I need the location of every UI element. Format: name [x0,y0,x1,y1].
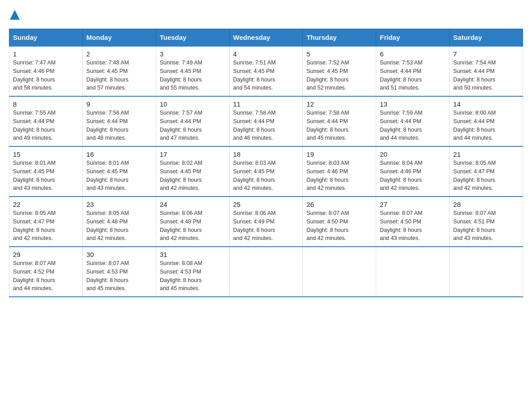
table-row: 16 Sunrise: 8:01 AM Sunset: 4:45 PM Dayl… [82,146,156,197]
calendar-week-row: 29 Sunrise: 8:07 AM Sunset: 4:52 PM Dayl… [9,247,523,297]
day-number: 10 [160,100,226,108]
day-info: Sunrise: 7:56 AM Sunset: 4:44 PM Dayligh… [86,109,152,142]
day-info: Sunrise: 8:06 AM Sunset: 4:49 PM Dayligh… [233,209,299,243]
day-number: 31 [160,251,226,258]
day-info: Sunrise: 8:01 AM Sunset: 4:45 PM Dayligh… [86,159,152,193]
table-row: 30 Sunrise: 8:07 AM Sunset: 4:53 PM Dayl… [82,247,156,297]
day-info: Sunrise: 7:53 AM Sunset: 4:44 PM Dayligh… [380,59,446,92]
day-number: 25 [233,201,299,208]
day-info: Sunrise: 8:06 AM Sunset: 4:48 PM Dayligh… [160,209,226,243]
table-row: 9 Sunrise: 7:56 AM Sunset: 4:44 PM Dayli… [82,96,156,146]
table-row: 15 Sunrise: 8:01 AM Sunset: 4:45 PM Dayl… [9,146,83,197]
day-number: 4 [233,50,299,58]
col-wednesday: Wednesday [229,29,303,47]
day-number: 8 [13,100,79,108]
table-row: 4 Sunrise: 7:51 AM Sunset: 4:45 PM Dayli… [229,46,303,96]
day-number: 6 [380,50,446,58]
day-number: 14 [453,100,519,108]
day-number: 11 [233,100,299,108]
table-row: 3 Sunrise: 7:49 AM Sunset: 4:45 PM Dayli… [156,46,229,96]
day-info: Sunrise: 8:02 AM Sunset: 4:45 PM Dayligh… [160,159,226,193]
table-row: 22 Sunrise: 8:05 AM Sunset: 4:47 PM Dayl… [9,197,83,247]
day-info: Sunrise: 7:52 AM Sunset: 4:45 PM Dayligh… [306,59,372,92]
day-number: 18 [233,150,299,158]
day-info: Sunrise: 8:07 AM Sunset: 4:50 PM Dayligh… [380,209,446,243]
table-row [450,247,523,297]
table-row: 23 Sunrise: 8:05 AM Sunset: 4:48 PM Dayl… [82,197,156,247]
calendar-week-row: 22 Sunrise: 8:05 AM Sunset: 4:47 PM Dayl… [9,197,523,247]
table-row: 6 Sunrise: 7:53 AM Sunset: 4:44 PM Dayli… [376,46,450,96]
svg-marker-0 [10,10,20,20]
table-row: 5 Sunrise: 7:52 AM Sunset: 4:45 PM Dayli… [303,46,376,96]
table-row: 17 Sunrise: 8:02 AM Sunset: 4:45 PM Dayl… [156,146,229,197]
day-info: Sunrise: 7:59 AM Sunset: 4:44 PM Dayligh… [380,109,446,142]
table-row: 2 Sunrise: 7:48 AM Sunset: 4:45 PM Dayli… [82,46,156,96]
table-row: 19 Sunrise: 8:03 AM Sunset: 4:46 PM Dayl… [303,146,376,197]
day-number: 2 [86,50,152,58]
calendar-header-row: Sunday Monday Tuesday Wednesday Thursday… [9,29,523,47]
day-number: 17 [160,150,226,158]
day-number: 22 [13,201,79,208]
day-number: 19 [306,150,372,158]
day-number: 7 [453,50,519,58]
table-row: 20 Sunrise: 8:04 AM Sunset: 4:46 PM Dayl… [376,146,450,197]
day-number: 28 [453,201,519,208]
col-tuesday: Tuesday [156,29,229,47]
table-row [229,247,303,297]
table-row: 13 Sunrise: 7:59 AM Sunset: 4:44 PM Dayl… [376,96,450,146]
day-info: Sunrise: 8:07 AM Sunset: 4:51 PM Dayligh… [453,209,519,243]
day-number: 15 [13,150,79,158]
logo-triangle-icon [10,10,20,20]
day-number: 27 [380,201,446,208]
table-row: 8 Sunrise: 7:55 AM Sunset: 4:44 PM Dayli… [9,96,83,146]
table-row: 14 Sunrise: 8:00 AM Sunset: 4:44 PM Dayl… [450,96,523,146]
day-info: Sunrise: 8:05 AM Sunset: 4:47 PM Dayligh… [13,209,79,243]
table-row [303,247,376,297]
day-info: Sunrise: 8:05 AM Sunset: 4:48 PM Dayligh… [86,209,152,243]
table-row: 21 Sunrise: 8:05 AM Sunset: 4:47 PM Dayl… [450,146,523,197]
day-info: Sunrise: 8:03 AM Sunset: 4:45 PM Dayligh… [233,159,299,193]
day-info: Sunrise: 8:05 AM Sunset: 4:47 PM Dayligh… [453,159,519,193]
day-number: 12 [306,100,372,108]
calendar-week-row: 1 Sunrise: 7:47 AM Sunset: 4:46 PM Dayli… [9,46,523,96]
day-number: 26 [306,201,372,208]
day-info: Sunrise: 7:58 AM Sunset: 4:44 PM Dayligh… [233,109,299,142]
day-info: Sunrise: 7:58 AM Sunset: 4:44 PM Dayligh… [306,109,372,142]
day-number: 13 [380,100,446,108]
table-row: 26 Sunrise: 8:07 AM Sunset: 4:50 PM Dayl… [303,197,376,247]
table-row: 1 Sunrise: 7:47 AM Sunset: 4:46 PM Dayli… [9,46,83,96]
table-row: 28 Sunrise: 8:07 AM Sunset: 4:51 PM Dayl… [450,197,523,247]
day-info: Sunrise: 8:01 AM Sunset: 4:45 PM Dayligh… [13,159,79,193]
table-row: 25 Sunrise: 8:06 AM Sunset: 4:49 PM Dayl… [229,197,303,247]
day-info: Sunrise: 8:07 AM Sunset: 4:53 PM Dayligh… [86,259,152,293]
day-number: 24 [160,201,226,208]
day-info: Sunrise: 7:48 AM Sunset: 4:45 PM Dayligh… [86,59,152,92]
day-number: 5 [306,50,372,58]
day-info: Sunrise: 7:54 AM Sunset: 4:44 PM Dayligh… [453,59,519,92]
table-row: 24 Sunrise: 8:06 AM Sunset: 4:48 PM Dayl… [156,197,229,247]
day-info: Sunrise: 7:47 AM Sunset: 4:46 PM Dayligh… [13,59,79,92]
table-row: 11 Sunrise: 7:58 AM Sunset: 4:44 PM Dayl… [229,96,303,146]
calendar-table: Sunday Monday Tuesday Wednesday Thursday… [9,29,523,297]
day-number: 20 [380,150,446,158]
day-number: 21 [453,150,519,158]
col-saturday: Saturday [450,29,523,47]
table-row: 29 Sunrise: 8:07 AM Sunset: 4:52 PM Dayl… [9,247,83,297]
logo-text [9,9,20,20]
day-info: Sunrise: 8:00 AM Sunset: 4:44 PM Dayligh… [453,109,519,142]
day-info: Sunrise: 8:03 AM Sunset: 4:46 PM Dayligh… [306,159,372,193]
day-number: 16 [86,150,152,158]
calendar-week-row: 15 Sunrise: 8:01 AM Sunset: 4:45 PM Dayl… [9,146,523,197]
table-row: 7 Sunrise: 7:54 AM Sunset: 4:44 PM Dayli… [450,46,523,96]
day-number: 9 [86,100,152,108]
day-info: Sunrise: 8:07 AM Sunset: 4:50 PM Dayligh… [306,209,372,243]
day-number: 30 [86,251,152,258]
day-info: Sunrise: 8:04 AM Sunset: 4:46 PM Dayligh… [380,159,446,193]
col-friday: Friday [376,29,450,47]
table-row [376,247,450,297]
table-row: 10 Sunrise: 7:57 AM Sunset: 4:44 PM Dayl… [156,96,229,146]
table-row: 18 Sunrise: 8:03 AM Sunset: 4:45 PM Dayl… [229,146,303,197]
day-info: Sunrise: 8:08 AM Sunset: 4:53 PM Dayligh… [160,259,226,293]
day-number: 3 [160,50,226,58]
calendar-week-row: 8 Sunrise: 7:55 AM Sunset: 4:44 PM Dayli… [9,96,523,146]
